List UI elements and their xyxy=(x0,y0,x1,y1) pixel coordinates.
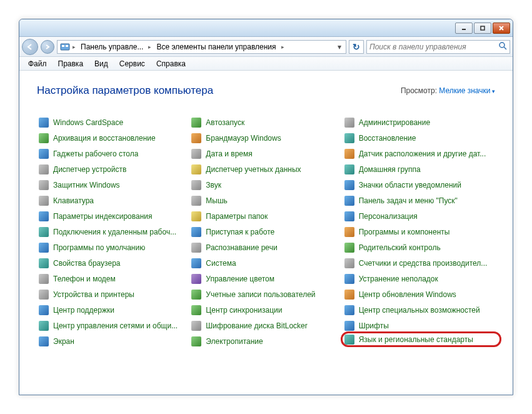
arrow-left-icon xyxy=(26,43,34,51)
item-gadgets[interactable]: Гаджеты рабочего стола xyxy=(37,146,189,161)
item-sound[interactable]: Звук xyxy=(189,177,342,193)
item-device-manager[interactable]: Диспетчер устройств xyxy=(37,161,189,177)
forward-button[interactable] xyxy=(41,40,54,54)
item-devices-printers[interactable]: Устройства и принтеры xyxy=(37,286,189,302)
breadcrumb-segment[interactable]: Панель управле... xyxy=(77,41,147,53)
item-speech[interactable]: Распознавание речи xyxy=(189,240,342,255)
item-tray-icons[interactable]: Значки области уведомлений xyxy=(343,177,495,193)
header-row: Настройка параметров компьютера Просмотр… xyxy=(37,84,495,97)
item-folder-options[interactable]: Параметры папок xyxy=(189,208,342,224)
network-icon xyxy=(38,320,49,331)
item-user-accounts[interactable]: Учетные записи пользователей xyxy=(189,286,342,302)
item-network[interactable]: Центр управления сетями и общи... xyxy=(37,318,189,333)
viewby-value[interactable]: Мелкие значки xyxy=(439,86,495,95)
fonts-icon xyxy=(344,320,355,331)
item-defender[interactable]: Защитник Windows xyxy=(37,177,189,193)
svg-rect-6 xyxy=(66,45,68,47)
item-mouse[interactable]: Мышь xyxy=(189,193,342,208)
homegroup-icon xyxy=(344,164,355,175)
system-icon xyxy=(191,258,202,269)
item-backup[interactable]: Архивация и восстановление xyxy=(37,130,189,146)
minimize-icon xyxy=(461,25,467,31)
item-personalization[interactable]: Персонализация xyxy=(343,208,495,224)
back-button[interactable] xyxy=(22,39,38,55)
item-getting-started[interactable]: Приступая к работе xyxy=(189,224,342,240)
minimize-button[interactable] xyxy=(455,23,473,34)
menu-edit[interactable]: Правка xyxy=(53,58,89,69)
remote-icon xyxy=(38,226,49,238)
refresh-button[interactable]: ↻ xyxy=(349,40,364,54)
item-bitlocker[interactable]: Шифрование диска BitLocker xyxy=(189,318,342,333)
item-sync-center[interactable]: Центр синхронизации xyxy=(189,302,342,318)
search-input[interactable] xyxy=(369,43,498,51)
item-programs[interactable]: Программы и компоненты xyxy=(343,224,495,240)
address-bar[interactable]: ▸ Панель управле... ▸ Все элементы панел… xyxy=(57,40,346,54)
personalization-icon xyxy=(344,211,355,222)
display-icon xyxy=(38,336,49,347)
autoplay-icon xyxy=(191,117,202,128)
item-autoplay[interactable]: Автозапуск xyxy=(189,114,342,130)
item-firewall[interactable]: Брандмауэр Windows xyxy=(189,130,342,146)
item-location[interactable]: Датчик расположения и другие дат... xyxy=(343,146,495,161)
close-icon xyxy=(498,25,504,31)
svg-point-7 xyxy=(499,43,504,48)
item-default-programs[interactable]: Программы по умолчанию xyxy=(37,240,189,255)
item-phone[interactable]: Телефон и модем xyxy=(37,271,189,286)
item-admin-tools[interactable]: Администрирование xyxy=(343,114,495,130)
item-remote-desktop[interactable]: Подключения к удаленным рабоч... xyxy=(37,224,189,240)
shield-icon xyxy=(38,179,49,191)
menu-view[interactable]: Вид xyxy=(89,58,113,69)
gadgets-icon xyxy=(38,148,49,159)
item-homegroup[interactable]: Домашняя группа xyxy=(343,161,495,177)
breadcrumb-segment[interactable]: Все элементы панели управления xyxy=(153,41,279,53)
chevron-right-icon: ▸ xyxy=(147,44,153,50)
address-dropdown[interactable]: ▾ xyxy=(334,43,344,51)
search-box[interactable] xyxy=(366,40,510,54)
item-cardspace[interactable]: Windows CardSpace xyxy=(37,114,189,130)
item-indexing[interactable]: Параметры индексирования xyxy=(37,208,189,224)
item-color[interactable]: Управление цветом xyxy=(189,271,342,286)
printer-icon xyxy=(38,289,49,300)
device-manager-icon xyxy=(38,164,49,175)
item-taskbar[interactable]: Панель задач и меню "Пуск" xyxy=(343,193,495,208)
menubar: Файл Правка Вид Сервис Справка xyxy=(19,57,513,71)
svg-line-8 xyxy=(504,47,506,49)
menu-tools[interactable]: Сервис xyxy=(114,58,150,69)
clock-icon xyxy=(191,148,202,159)
menu-help[interactable]: Справка xyxy=(151,58,191,69)
item-region-language[interactable]: Язык и региональные стандарты xyxy=(341,331,501,347)
item-power[interactable]: Электропитание xyxy=(189,333,342,349)
tray-icon xyxy=(344,179,355,191)
item-parental[interactable]: Родительский контроль xyxy=(343,240,495,255)
item-troubleshoot[interactable]: Устранение неполадок xyxy=(343,271,495,286)
content: Настройка параметров компьютера Просмотр… xyxy=(19,71,513,395)
items-grid: Windows CardSpace Автозапуск Администрир… xyxy=(37,114,495,349)
close-button[interactable] xyxy=(493,23,510,34)
admin-icon xyxy=(344,117,355,128)
cardspace-icon xyxy=(38,117,49,128)
item-datetime[interactable]: Дата и время xyxy=(189,146,342,161)
item-action-center[interactable]: Центр поддержки xyxy=(37,302,189,318)
item-perf[interactable]: Счетчики и средства производител... xyxy=(343,255,495,271)
troubleshoot-icon xyxy=(344,273,355,285)
search-icon[interactable] xyxy=(498,41,507,52)
lock-icon xyxy=(191,320,202,331)
keyboard-icon xyxy=(38,195,49,206)
chevron-right-icon: ▸ xyxy=(71,44,77,50)
item-ease-of-access[interactable]: Центр специальных возможностей xyxy=(343,302,495,318)
parental-icon xyxy=(344,242,355,253)
item-internet-options[interactable]: Свойства браузера xyxy=(37,255,189,271)
item-display[interactable]: Экран xyxy=(37,333,189,349)
power-icon xyxy=(191,336,202,347)
flag-icon xyxy=(38,305,49,316)
control-panel-icon xyxy=(60,42,70,52)
item-credential-manager[interactable]: Диспетчер учетных данных xyxy=(189,161,342,177)
item-recovery[interactable]: Восстановление xyxy=(343,130,495,146)
item-keyboard[interactable]: Клавиатура xyxy=(37,193,189,208)
page-title: Настройка параметров компьютера xyxy=(37,84,213,97)
menu-file[interactable]: Файл xyxy=(23,58,52,69)
svg-rect-5 xyxy=(62,45,64,47)
item-system[interactable]: Система xyxy=(189,255,342,271)
item-windows-update[interactable]: Центр обновления Windows xyxy=(343,286,495,302)
maximize-button[interactable] xyxy=(474,23,491,34)
